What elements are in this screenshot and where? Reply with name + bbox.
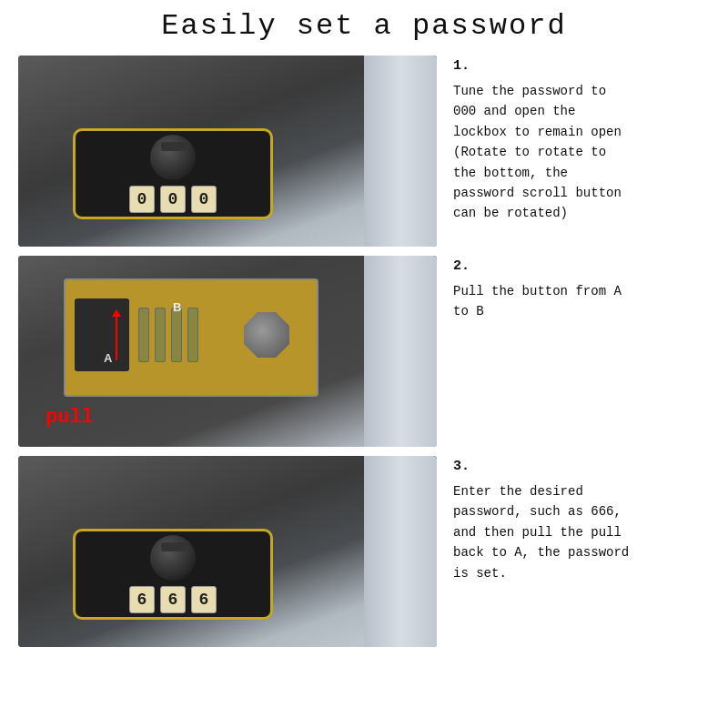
label-b: B: [173, 300, 181, 314]
step-1-row: 0 0 0 1. Tune the password to 000 and op…: [18, 56, 710, 247]
page: Easily set a password 0 0 0 1. Tune the …: [0, 0, 728, 728]
ab-arrow: [116, 315, 117, 360]
step-3-text: 3. Enter the desired password, such as 6…: [437, 456, 710, 583]
mech-slots: [138, 308, 198, 362]
lock-panel-3: 6 6 6: [73, 529, 273, 620]
mech-slot-3: [171, 308, 182, 362]
silver-edge-2: [364, 256, 437, 447]
page-title: Easily set a password: [161, 9, 566, 43]
inner-mechanism: A B: [64, 278, 318, 397]
mech-slot-2: [155, 308, 166, 362]
mech-slot-4: [187, 308, 198, 362]
step-3-number: 3.: [453, 456, 710, 478]
digit-3-1: 6: [129, 586, 155, 613]
step-1-text: 1. Tune the password to 000 and open the…: [437, 56, 710, 224]
digit-1: 0: [129, 186, 155, 213]
step-2-description: Pull the button from A to B: [453, 281, 710, 322]
hex-bolt: [244, 312, 289, 358]
silver-edge-1: [364, 56, 437, 247]
step-3-image: 6 6 6: [18, 456, 437, 647]
pull-label: pull: [46, 406, 94, 429]
digit-2: 0: [160, 186, 186, 213]
step-2-text: 2. Pull the button from A to B: [437, 256, 710, 322]
step-1-number: 1.: [453, 56, 710, 77]
digit-display-3: 6 6 6: [129, 586, 217, 613]
lock-panel-1: 0 0 0: [73, 128, 273, 219]
label-a: A: [104, 351, 112, 365]
step-2-bg: A B pull: [18, 256, 437, 447]
digit-3: 0: [191, 186, 217, 213]
mech-slot-1: [138, 308, 149, 362]
dial-knob-3: [150, 535, 196, 581]
digit-display-1: 0 0 0: [129, 186, 217, 213]
step-1-image: 0 0 0: [18, 56, 437, 247]
step-3-bg: 6 6 6: [18, 456, 437, 647]
digit-3-2: 6: [160, 586, 186, 613]
step-1-description: Tune the password to 000 and open the lo…: [453, 81, 710, 224]
digit-3-3: 6: [191, 586, 217, 613]
step-3-description: Enter the desired password, such as 666,…: [453, 481, 710, 583]
step-1-bg: 0 0 0: [18, 56, 437, 247]
step-2-number: 2.: [453, 256, 710, 278]
silver-edge-3: [364, 456, 437, 647]
step-2-row: A B pull 2. Pull the button from A to B: [18, 256, 710, 447]
step-2-image: A B pull: [18, 256, 437, 447]
step-3-row: 6 6 6 3. Enter the desired password, suc…: [18, 456, 710, 647]
mech-left-block: [75, 298, 129, 371]
dial-knob-1: [150, 135, 196, 180]
